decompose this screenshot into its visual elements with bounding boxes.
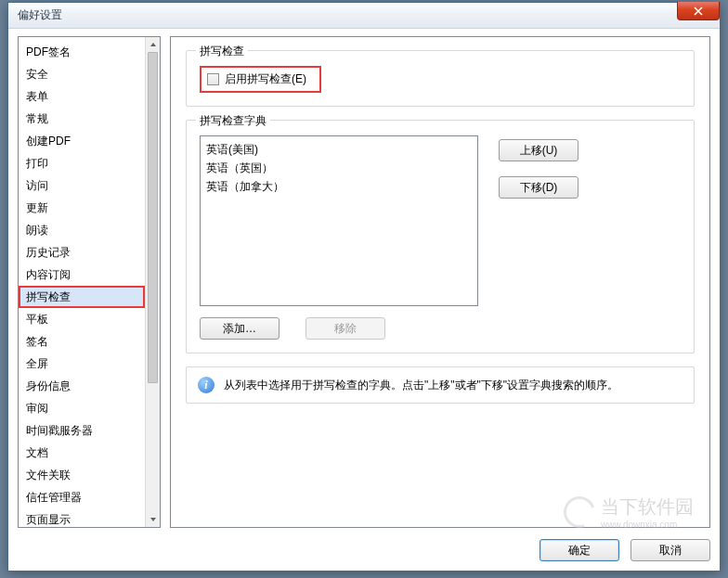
dictionary-group: 拼写检查字典 英语(美国)英语（英国）英语（加拿大） 上移(U) 下移(D) 添… bbox=[186, 120, 695, 353]
sidebar-item[interactable]: PDF签名 bbox=[19, 41, 145, 63]
spellcheck-group: 拼写检查 启用拼写检查(E) bbox=[186, 50, 695, 107]
sidebar-item[interactable]: 朗读 bbox=[19, 219, 145, 241]
sidebar-item[interactable]: 更新 bbox=[19, 197, 145, 219]
sidebar-scrollbar[interactable] bbox=[145, 37, 160, 527]
info-text: 从列表中选择用于拼写检查的字典。点击"上移"或者"下移"设置字典搜索的顺序。 bbox=[224, 378, 618, 393]
sidebar-item[interactable]: 页面显示 bbox=[19, 508, 145, 527]
sidebar-item[interactable]: 历史记录 bbox=[19, 241, 145, 263]
close-button[interactable] bbox=[677, 2, 720, 20]
dictionary-item[interactable]: 英语（加拿大） bbox=[206, 177, 472, 196]
sidebar-item[interactable]: 身份信息 bbox=[19, 375, 145, 397]
sidebar-item[interactable]: 信任管理器 bbox=[19, 486, 145, 508]
dialog-footer: 确定 取消 bbox=[540, 539, 710, 561]
titlebar: 偏好设置 bbox=[8, 3, 720, 29]
settings-panel: 拼写检查 启用拼写检查(E) 拼写检查字典 英语(美国)英语（英国）英语（加拿大… bbox=[170, 36, 710, 528]
dictionary-item[interactable]: 英语(美国) bbox=[206, 140, 472, 159]
sidebar-item[interactable]: 平板 bbox=[19, 308, 145, 330]
dictionary-legend: 拼写检查字典 bbox=[196, 113, 270, 129]
info-box: i 从列表中选择用于拼写检查的字典。点击"上移"或者"下移"设置字典搜索的顺序。 bbox=[186, 366, 695, 404]
sidebar-item[interactable]: 拼写检查 bbox=[19, 286, 145, 308]
sidebar-item[interactable]: 文件关联 bbox=[19, 464, 145, 486]
sidebar-item[interactable]: 内容订阅 bbox=[19, 263, 145, 286]
spellcheck-legend: 拼写检查 bbox=[196, 44, 248, 59]
sidebar-item[interactable]: 时间戳服务器 bbox=[19, 419, 145, 442]
scroll-down-button[interactable] bbox=[146, 512, 160, 527]
move-down-button[interactable]: 下移(D) bbox=[499, 176, 578, 199]
close-icon bbox=[694, 6, 703, 16]
scroll-thumb[interactable] bbox=[148, 52, 158, 383]
add-dictionary-button[interactable]: 添加… bbox=[200, 317, 280, 340]
window-title: 偏好设置 bbox=[18, 7, 62, 23]
enable-spellcheck-checkbox[interactable] bbox=[207, 73, 219, 85]
dictionary-item[interactable]: 英语（英国） bbox=[206, 159, 472, 177]
sidebar-item[interactable]: 打印 bbox=[19, 152, 145, 174]
category-sidebar: PDF签名安全表单常规创建PDF打印访问更新朗读历史记录内容订阅拼写检查平板签名… bbox=[18, 36, 161, 528]
sidebar-item[interactable]: 文档 bbox=[19, 442, 145, 464]
scroll-track[interactable] bbox=[146, 52, 160, 512]
remove-dictionary-button: 移除 bbox=[306, 317, 385, 340]
sidebar-item[interactable]: 全屏 bbox=[19, 353, 145, 375]
cancel-button[interactable]: 取消 bbox=[630, 539, 710, 561]
dictionary-listbox[interactable]: 英语(美国)英语（英国）英语（加拿大） bbox=[200, 135, 478, 306]
sidebar-item[interactable]: 常规 bbox=[19, 108, 145, 130]
enable-spellcheck-label: 启用拼写检查(E) bbox=[225, 71, 306, 87]
scroll-up-button[interactable] bbox=[146, 37, 160, 52]
preferences-dialog: 偏好设置 PDF签名安全表单常规创建PDF打印访问更新朗读历史记录内容订阅拼写检… bbox=[7, 2, 721, 572]
sidebar-item[interactable]: 访问 bbox=[19, 174, 145, 197]
ok-button[interactable]: 确定 bbox=[540, 539, 619, 561]
info-icon: i bbox=[198, 377, 214, 393]
move-up-button[interactable]: 上移(U) bbox=[499, 139, 578, 161]
sidebar-item[interactable]: 审阅 bbox=[19, 397, 145, 419]
sidebar-item[interactable]: 创建PDF bbox=[19, 130, 145, 152]
enable-spellcheck-row[interactable]: 启用拼写检查(E) bbox=[200, 66, 321, 93]
sidebar-item[interactable]: 签名 bbox=[19, 330, 145, 353]
sidebar-item[interactable]: 表单 bbox=[19, 85, 145, 108]
sidebar-item[interactable]: 安全 bbox=[19, 63, 145, 85]
